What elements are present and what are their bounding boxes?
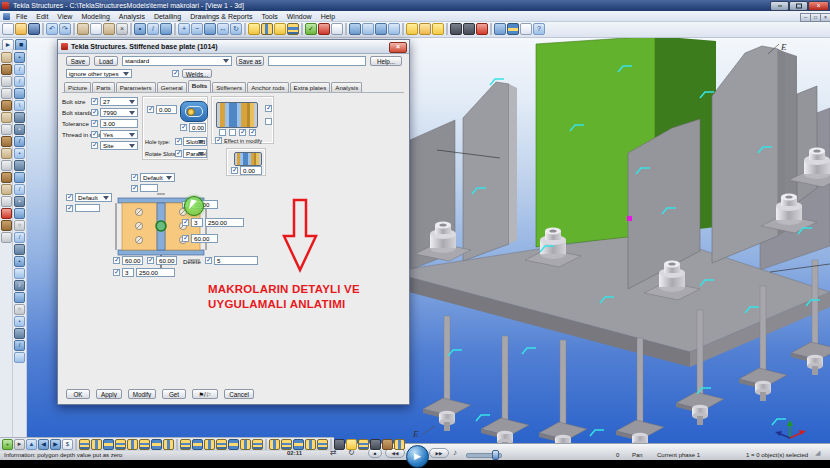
top-combo-checkbox[interactable] [131,174,138,181]
top-combo-select[interactable]: Default [140,173,175,182]
b18-icon[interactable]: • [14,256,25,267]
ok-button[interactable]: OK [66,389,90,399]
left-offset-checkbox[interactable] [66,205,73,212]
b19-icon[interactable] [14,268,25,279]
nut2-checkbox[interactable] [249,129,256,136]
load-button[interactable]: Load [94,56,118,66]
conn8-icon[interactable] [163,439,174,450]
a8-icon[interactable] [1,136,12,147]
slot-x-field[interactable]: 0.00 [156,105,177,114]
zoom-in-icon[interactable]: + [178,23,190,35]
handle-point[interactable] [627,216,632,221]
b23-icon[interactable]: • [14,316,25,327]
detail2-icon[interactable] [346,439,357,450]
edge-bottom-checkbox[interactable] [182,235,189,242]
b2-icon[interactable]: / [14,64,25,75]
paste-icon[interactable] [103,23,115,35]
conn9-icon[interactable] [180,439,191,450]
macros-icon[interactable] [419,23,431,35]
bolt-standard-select[interactable]: 7990 [100,108,138,117]
a10-icon[interactable] [1,160,12,171]
tab-picture[interactable]: Picture [64,82,91,92]
conn15-icon[interactable] [252,439,263,450]
a11-icon[interactable] [1,172,12,183]
fit-icon[interactable] [204,23,216,35]
tab-bolts[interactable]: Bolts [188,80,211,92]
a12-icon[interactable] [1,184,12,195]
dialog-close-icon[interactable]: × [389,42,407,53]
edge-bottom-field[interactable]: 60.00 [191,234,218,243]
filter-icon[interactable] [507,23,519,35]
tab-parameters[interactable]: Parameters [116,82,156,92]
rotate-icon[interactable]: ↻ [230,23,242,35]
conn1-icon[interactable] [79,439,90,450]
create-beam-icon[interactable] [349,23,361,35]
assembly-checkbox-2[interactable] [265,118,272,125]
slot-x-checkbox[interactable] [147,106,154,113]
bolt-size-checkbox[interactable] [91,98,98,105]
a13-icon[interactable] [1,196,12,207]
detail4-icon[interactable] [370,439,381,450]
conn19-icon[interactable] [305,439,316,450]
conn12-icon[interactable] [216,439,227,450]
numbering-icon[interactable] [463,23,475,35]
menu-analysis[interactable]: Analysis [119,13,145,20]
conn10-icon[interactable] [192,439,203,450]
apply-button[interactable]: Apply [96,389,122,399]
properties-icon[interactable] [494,23,506,35]
volume-icon[interactable]: ♪ [453,448,457,457]
currency-icon[interactable]: $ [62,439,73,450]
thread-select[interactable]: Yes [100,130,138,139]
conn20-icon[interactable] [317,439,328,450]
b14-icon[interactable] [14,208,25,219]
tab-general[interactable]: General [157,82,187,92]
a9-icon[interactable] [1,148,12,159]
menu-drawings-reports[interactable]: Drawings & Reports [190,13,252,20]
bolt-size-select[interactable]: 27 [100,97,138,106]
line-icon[interactable]: / [147,23,159,35]
play-button[interactable]: ▶ [406,445,429,468]
point-icon[interactable]: • [134,23,146,35]
b13-icon[interactable]: • [14,196,25,207]
b10-icon[interactable] [14,160,25,171]
conn7-icon[interactable] [151,439,162,450]
nav-up-icon[interactable]: ▲ [26,439,37,450]
b5-icon[interactable]: \ [14,100,25,111]
tolerance-checkbox[interactable] [91,120,98,127]
a6-icon[interactable] [1,112,12,123]
select-parts-icon[interactable] [248,23,260,35]
save-button[interactable]: Save [66,56,90,66]
next-button[interactable]: ▶▶ [429,448,449,458]
rotate-slots-checkbox[interactable] [175,150,182,157]
rows-checkbox[interactable] [182,219,189,226]
conn21-icon[interactable] [394,439,405,450]
conn17-icon[interactable] [281,439,292,450]
slot-y-checkbox[interactable] [180,124,187,131]
slot-y-field[interactable]: 0.00 [189,123,206,132]
conn16-icon[interactable] [269,439,280,450]
menu-modeling[interactable]: Modeling [81,13,109,20]
conn2-icon[interactable] [91,439,102,450]
volume-slider-knob[interactable] [492,450,499,460]
cols-checkbox[interactable] [113,269,120,276]
conn3-icon[interactable] [103,439,114,450]
create-bolt-icon[interactable] [388,23,400,35]
thread-checkbox[interactable] [91,131,98,138]
cols-count-field[interactable]: 3 [122,268,134,277]
conn5-icon[interactable] [127,439,138,450]
undo-icon[interactable]: ↶ [46,23,58,35]
b11-icon[interactable] [14,172,25,183]
tolerance-field[interactable]: 3.00 [100,119,138,128]
help-icon[interactable]: ? [533,23,545,35]
assembly-checkbox-1[interactable] [265,105,272,112]
menu-window[interactable]: Window [287,13,312,20]
a15-icon[interactable] [1,220,12,231]
conn6-icon[interactable] [139,439,150,450]
hammer-icon[interactable] [382,439,393,450]
b7-icon[interactable]: • [14,124,25,135]
site-select[interactable]: Site [100,141,138,150]
profile-select[interactable]: standard [122,56,232,66]
new-icon[interactable] [2,23,14,35]
get-button[interactable]: Get [162,389,186,399]
nav-prev-icon[interactable]: ◀ [38,439,49,450]
